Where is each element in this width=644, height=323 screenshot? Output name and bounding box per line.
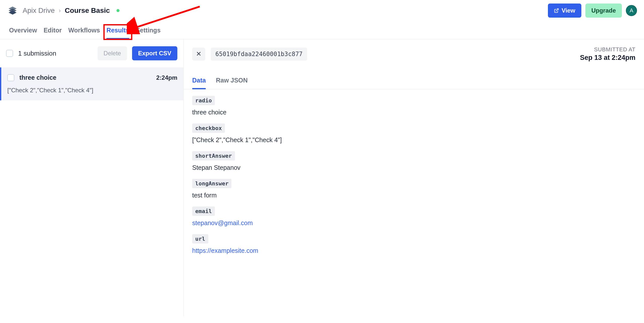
svg-line-3 — [556, 9, 558, 11]
list-toolbar: 1 submission Delete Export CSV — [0, 39, 183, 67]
view-button-label: View — [561, 7, 575, 14]
tabs-row: Overview Editor Workflows Results Settin… — [0, 18, 644, 39]
status-dot-icon — [116, 9, 119, 12]
field-value: Stepan Stepanov — [192, 164, 635, 171]
detail-tabs: Data Raw JSON — [184, 69, 644, 89]
tab-results[interactable]: Results — [106, 27, 129, 39]
app-logo — [7, 5, 18, 16]
view-button[interactable]: View — [548, 4, 581, 18]
submission-preview: ["Check 2","Check 1","Check 4"] — [7, 87, 177, 94]
detail-column: ✕ 65019bfdaa22460001b3c877 SUBMITTED AT … — [184, 39, 644, 316]
detail-header: ✕ 65019bfdaa22460001b3c877 SUBMITTED AT … — [184, 39, 644, 69]
submissions-count: 1 submission — [18, 50, 93, 57]
breadcrumb: Apix Drive › Course Basic — [23, 7, 119, 15]
header-left: Apix Drive › Course Basic — [7, 5, 119, 16]
submitted-block: SUBMITTED AT Sep 13 at 2:24pm — [580, 46, 635, 62]
field-value: ["Check 2","Check 1","Check 4"] — [192, 136, 635, 144]
tab-settings[interactable]: Settings — [136, 27, 161, 39]
tab-workflows[interactable]: Workflows — [68, 27, 100, 39]
field-key: radio — [192, 96, 215, 105]
field-row: urlhttps://examplesite.com — [192, 234, 635, 254]
submission-title: three choice — [19, 74, 156, 81]
submitted-at-value: Sep 13 at 2:24pm — [580, 54, 635, 62]
field-row: radiothree choice — [192, 96, 635, 116]
field-key: shortAnswer — [192, 151, 235, 160]
field-value[interactable]: stepanov@gmail.com — [192, 219, 635, 227]
close-icon: ✕ — [196, 50, 202, 58]
main: 1 submission Delete Export CSV three cho… — [0, 39, 644, 316]
svg-marker-2 — [9, 7, 17, 11]
submission-checkbox[interactable] — [7, 74, 14, 81]
submission-row[interactable]: three choice 2:24pm ["Check 2","Check 1"… — [0, 67, 183, 100]
detail-tab-data[interactable]: Data — [192, 77, 206, 89]
field-key: longAnswer — [192, 179, 231, 188]
submitted-at-label: SUBMITTED AT — [580, 46, 635, 53]
avatar[interactable]: A — [626, 5, 637, 16]
export-csv-button[interactable]: Export CSV — [132, 46, 177, 60]
field-key: email — [192, 207, 215, 216]
detail-tab-raw-json[interactable]: Raw JSON — [216, 77, 248, 89]
tab-overview[interactable]: Overview — [9, 27, 37, 39]
breadcrumb-org[interactable]: Apix Drive — [23, 7, 55, 15]
fields-list: radiothree choicecheckbox["Check 2","Che… — [184, 89, 644, 268]
header-bar: Apix Drive › Course Basic View Upgrade A — [0, 0, 644, 18]
breadcrumb-title[interactable]: Course Basic — [65, 7, 110, 15]
submission-row-head: three choice 2:24pm — [7, 74, 177, 81]
tab-editor[interactable]: Editor — [44, 27, 62, 39]
field-row: checkbox["Check 2","Check 1","Check 4"] — [192, 124, 635, 144]
detail-header-left: ✕ 65019bfdaa22460001b3c877 — [192, 48, 307, 61]
chevron-right-icon: › — [59, 7, 61, 14]
field-row: emailstepanov@gmail.com — [192, 207, 635, 227]
submissions-column: 1 submission Delete Export CSV three cho… — [0, 39, 184, 316]
delete-button[interactable]: Delete — [98, 46, 127, 60]
field-value: test form — [192, 192, 635, 199]
upgrade-button[interactable]: Upgrade — [585, 4, 622, 18]
submission-time: 2:24pm — [156, 74, 177, 81]
field-value[interactable]: https://examplesite.com — [192, 247, 635, 254]
external-link-icon — [554, 8, 559, 13]
close-button[interactable]: ✕ — [192, 48, 205, 61]
field-key: url — [192, 234, 208, 244]
field-row: longAnswertest form — [192, 179, 635, 199]
submission-id: 65019bfdaa22460001b3c877 — [211, 48, 307, 61]
upgrade-button-label: Upgrade — [591, 7, 616, 14]
field-row: shortAnswerStepan Stepanov — [192, 151, 635, 171]
select-all-checkbox[interactable] — [6, 50, 13, 57]
header-right: View Upgrade A — [548, 4, 637, 18]
field-value: three choice — [192, 109, 635, 116]
field-key: checkbox — [192, 124, 225, 133]
